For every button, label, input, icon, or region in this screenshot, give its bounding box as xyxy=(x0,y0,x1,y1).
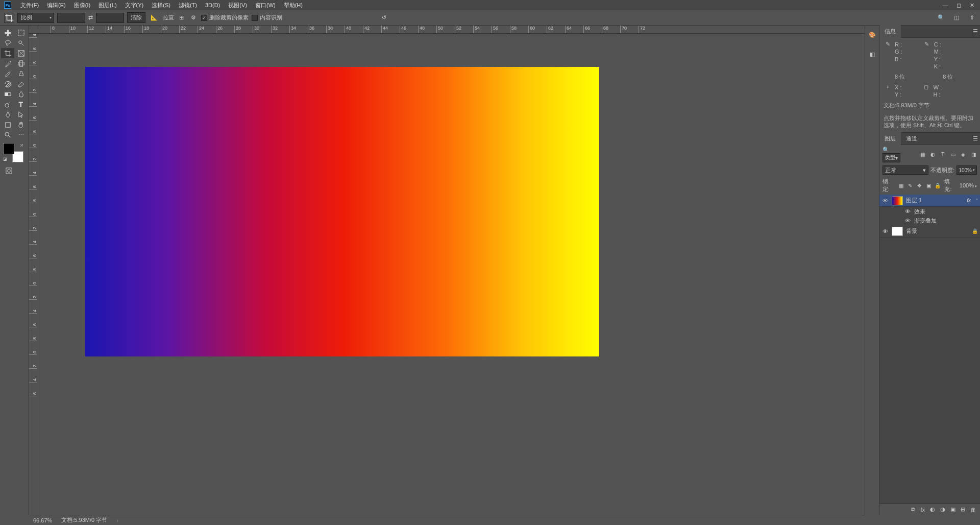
eraser-tool[interactable] xyxy=(14,79,28,89)
move-tool[interactable] xyxy=(1,28,14,38)
crop-height-input[interactable] xyxy=(96,13,124,23)
channels-tab[interactable]: 通道 xyxy=(901,132,922,145)
lock-image-icon[interactable]: ✎ xyxy=(906,182,914,189)
layer-name[interactable]: 图层 1 xyxy=(906,197,964,204)
filter-toggle-icon[interactable]: ◨ xyxy=(970,151,977,158)
menu-filter[interactable]: 滤镜(T) xyxy=(175,0,201,11)
lock-transparent-icon[interactable]: ▦ xyxy=(897,182,904,189)
menu-image[interactable]: 图像(I) xyxy=(70,0,94,11)
filter-adjust-icon[interactable]: ◐ xyxy=(929,151,936,158)
clear-button[interactable]: 清除 xyxy=(127,12,145,23)
fx-collapse-icon[interactable]: ˄ xyxy=(976,198,978,203)
canvas[interactable] xyxy=(85,67,599,356)
maximize-button[interactable]: ◻ xyxy=(952,1,965,9)
close-button[interactable]: ✕ xyxy=(966,1,978,9)
visibility-toggle-icon[interactable]: 👁 xyxy=(881,228,889,234)
stamp-tool[interactable] xyxy=(14,68,28,79)
frame-tool[interactable] xyxy=(14,48,28,58)
blur-tool[interactable] xyxy=(14,89,28,99)
search-icon[interactable]: 🔍 xyxy=(937,14,945,22)
settings-gear-icon[interactable]: ⚙ xyxy=(189,14,198,21)
menu-select[interactable]: 选择(S) xyxy=(148,0,175,11)
layer-style-icon[interactable]: fx xyxy=(920,507,925,513)
gradient-tool[interactable] xyxy=(1,89,14,99)
default-colors-icon[interactable]: ◪ xyxy=(3,157,7,161)
crop-width-input[interactable] xyxy=(57,13,85,23)
layer-mask-icon[interactable]: ◐ xyxy=(930,506,935,513)
delete-cropped-checkbox[interactable]: ✓ 删除裁剪的像素 xyxy=(201,14,249,21)
status-arrow-icon[interactable]: › xyxy=(116,517,118,523)
dodge-tool[interactable] xyxy=(1,99,14,109)
menu-file[interactable]: 文件(F) xyxy=(16,0,43,11)
share-icon[interactable]: ⇧ xyxy=(968,14,976,22)
layer-thumbnail[interactable] xyxy=(892,196,903,205)
layer-thumbnail[interactable] xyxy=(892,227,903,236)
overlay-grid-icon[interactable]: ⊞ xyxy=(177,14,186,21)
filter-smart-icon[interactable]: ◈ xyxy=(960,151,967,158)
menu-help[interactable]: 帮助(H) xyxy=(280,0,307,11)
brush-tool[interactable] xyxy=(1,68,14,79)
adjustments-panel-icon[interactable]: ◧ xyxy=(867,49,877,59)
type-tool[interactable]: T xyxy=(14,99,28,109)
quick-select-tool[interactable] xyxy=(14,38,28,48)
swap-colors-icon[interactable]: ⤭ xyxy=(20,143,23,148)
lock-icon[interactable]: 🔒 xyxy=(972,228,978,234)
layers-tab[interactable]: 图层 xyxy=(879,132,901,145)
zoom-level[interactable]: 66.67% xyxy=(33,517,52,523)
history-brush-tool[interactable] xyxy=(1,79,14,89)
crop-tool-icon[interactable] xyxy=(4,13,14,23)
adjustment-layer-icon[interactable]: ◑ xyxy=(940,506,945,513)
layer-name[interactable]: 背景 xyxy=(906,227,969,235)
reset-icon[interactable]: ↺ xyxy=(382,14,386,21)
minimize-button[interactable]: — xyxy=(939,1,951,9)
color-swatch[interactable]: ⤭ ◪ xyxy=(3,143,23,162)
lasso-tool[interactable] xyxy=(1,38,14,48)
blend-mode-dropdown[interactable]: 正常▾ xyxy=(883,165,928,175)
layer-item-background[interactable]: 👁 背景 🔒 xyxy=(879,225,980,237)
group-icon[interactable]: ▣ xyxy=(950,506,955,513)
healing-tool[interactable] xyxy=(14,58,28,68)
vertical-ruler[interactable]: 468024680246802468024680246 xyxy=(29,34,37,515)
pen-tool[interactable] xyxy=(1,109,14,120)
layers-panel-menu-icon[interactable]: ☰ xyxy=(973,135,978,142)
swap-icon[interactable]: ⇄ xyxy=(88,14,93,21)
filter-type-dropdown[interactable]: 类型▾ xyxy=(883,153,900,162)
workspace-icon[interactable]: ◫ xyxy=(952,14,961,22)
straighten-icon[interactable]: 📐 xyxy=(149,14,160,21)
status-doc-size[interactable]: 文档:5.93M/0 字节 xyxy=(61,516,107,524)
visibility-toggle-icon[interactable]: 👁 xyxy=(881,198,889,204)
gradient-overlay-row[interactable]: 👁 渐变叠加 xyxy=(879,216,980,225)
quickmask-button[interactable] xyxy=(2,165,15,176)
fill-input[interactable]: 100%▾ xyxy=(960,182,977,188)
lock-artboard-icon[interactable]: ▣ xyxy=(925,182,932,189)
hand-tool[interactable] xyxy=(14,120,28,130)
menu-3d[interactable]: 3D(D) xyxy=(201,1,224,10)
filter-shape-icon[interactable]: ▭ xyxy=(949,151,957,158)
horizontal-ruler[interactable]: 6810121416182022242628303234363840424446… xyxy=(37,26,865,34)
opacity-input[interactable]: 100%▾ xyxy=(957,165,977,175)
shape-tool[interactable] xyxy=(1,120,14,130)
new-layer-icon[interactable]: ⊞ xyxy=(961,506,965,513)
zoom-tool[interactable] xyxy=(1,130,14,140)
fx-indicator[interactable]: fx xyxy=(967,198,971,203)
color-panel-icon[interactable]: 🎨 xyxy=(867,30,877,40)
marquee-tool[interactable] xyxy=(14,28,28,38)
delete-layer-icon[interactable]: 🗑 xyxy=(970,507,976,513)
layer-effects-row[interactable]: 👁 效果 xyxy=(879,207,980,216)
info-tab[interactable]: 信息 xyxy=(879,25,901,38)
lock-all-icon[interactable]: 🔒 xyxy=(934,182,941,189)
more-tools[interactable]: ⋯ xyxy=(14,130,28,140)
filter-type-icon[interactable]: T xyxy=(939,151,946,158)
effects-visibility-icon[interactable]: 👁 xyxy=(904,208,911,214)
ratio-dropdown[interactable]: 比例 xyxy=(17,13,54,23)
panel-menu-icon[interactable]: ☰ xyxy=(973,28,978,35)
menu-view[interactable]: 视图(V) xyxy=(224,0,251,11)
eyedropper-tool[interactable] xyxy=(1,58,14,68)
filter-pixel-icon[interactable]: ▦ xyxy=(919,151,926,158)
crop-tool[interactable] xyxy=(1,48,14,58)
menu-window[interactable]: 窗口(W) xyxy=(251,0,280,11)
menu-type[interactable]: 文字(Y) xyxy=(121,0,148,11)
link-layers-icon[interactable]: ⧉ xyxy=(911,506,915,513)
gradient-visibility-icon[interactable]: 👁 xyxy=(904,218,911,224)
lock-position-icon[interactable]: ✥ xyxy=(916,182,923,189)
